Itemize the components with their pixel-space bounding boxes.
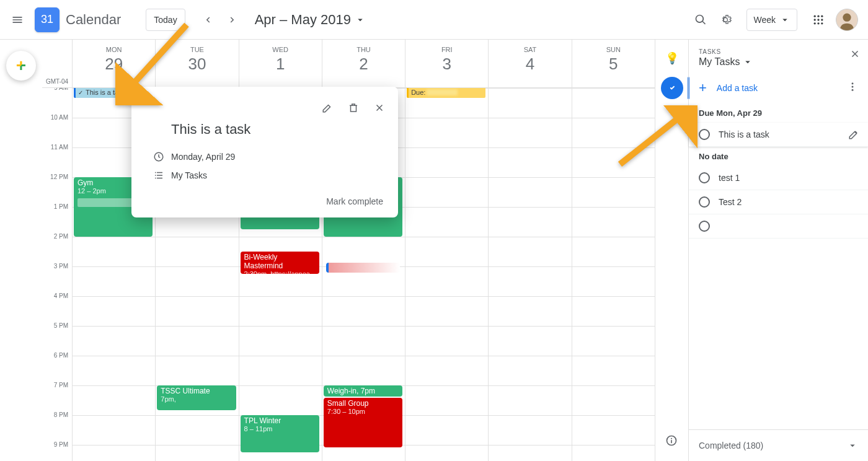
day-header-mon[interactable]: MON29 bbox=[72, 40, 155, 87]
date-range-text: Apr – May 2019 bbox=[255, 12, 351, 28]
svg-point-13 bbox=[852, 86, 854, 88]
next-week-button[interactable] bbox=[220, 7, 245, 32]
task-radio[interactable] bbox=[699, 129, 710, 140]
tasks-panel-label: TASKS bbox=[699, 48, 858, 55]
clock-icon bbox=[146, 151, 171, 162]
svg-point-0 bbox=[814, 15, 816, 17]
svg-point-10 bbox=[843, 13, 851, 21]
edit-icon[interactable] bbox=[848, 129, 859, 142]
chevron-down-icon bbox=[355, 14, 366, 25]
svg-point-6 bbox=[814, 22, 816, 24]
day-col-sun[interactable] bbox=[572, 88, 655, 461]
task-radio[interactable] bbox=[699, 221, 710, 232]
keep-icon[interactable]: 💡 bbox=[661, 47, 683, 69]
logo[interactable]: 31 Calendar bbox=[35, 7, 121, 32]
tasks-icon[interactable] bbox=[661, 77, 683, 99]
svg-point-12 bbox=[852, 82, 854, 84]
task-chip-fri[interactable]: Due: bbox=[407, 88, 485, 98]
svg-rect-17 bbox=[671, 440, 672, 443]
nodate-section-header: No date bbox=[689, 147, 868, 166]
task-item[interactable] bbox=[689, 214, 868, 239]
apps-icon[interactable] bbox=[806, 7, 831, 32]
completed-section[interactable]: Completed (180) bbox=[689, 429, 868, 461]
task-popup: This is a task Monday, April 29 My Tasks… bbox=[131, 87, 398, 217]
tasks-panel-header: TASKS My Tasks bbox=[689, 40, 868, 72]
side-rail: 💡 bbox=[655, 40, 688, 461]
day-header-tue[interactable]: TUE30 bbox=[155, 40, 238, 87]
popup-date-row: Monday, April 29 bbox=[131, 147, 398, 166]
day-header-thu[interactable]: THU2 bbox=[322, 40, 405, 87]
day-headers: GMT-04 MON29 TUE30 WED1 THU2 FRI3 SAT4 S… bbox=[42, 40, 655, 88]
create-button[interactable] bbox=[6, 51, 36, 81]
svg-point-5 bbox=[821, 19, 823, 20]
task-item[interactable]: test 1 bbox=[689, 166, 868, 190]
chevron-down-icon bbox=[742, 56, 753, 68]
due-section-header: Due Mon, Apr 29 bbox=[689, 103, 868, 123]
day-col-sat[interactable] bbox=[488, 88, 571, 461]
task-radio[interactable] bbox=[699, 172, 710, 183]
svg-point-14 bbox=[852, 89, 854, 91]
day-header-fri[interactable]: FRI3 bbox=[405, 40, 488, 87]
svg-point-16 bbox=[671, 438, 672, 439]
task-item[interactable]: This is a task bbox=[689, 123, 868, 147]
calendar-logo-icon: 31 bbox=[35, 7, 60, 32]
chevron-down-icon bbox=[779, 14, 790, 25]
view-selector[interactable]: Week bbox=[746, 9, 797, 31]
day-header-sun[interactable]: SUN5 bbox=[572, 40, 655, 87]
plus-icon: + bbox=[699, 80, 707, 96]
menu-icon[interactable] bbox=[5, 7, 30, 32]
app-title: Calendar bbox=[66, 12, 121, 28]
main: GMT-04 MON29 TUE30 WED1 THU2 FRI3 SAT4 S… bbox=[0, 40, 868, 461]
close-icon[interactable] bbox=[368, 97, 391, 119]
svg-point-7 bbox=[817, 22, 819, 24]
event-small-group[interactable]: Small Group7:30 – 10pm bbox=[324, 398, 402, 447]
left-gutter bbox=[0, 40, 42, 461]
event-weigh[interactable]: Weigh-in, 7pm bbox=[324, 385, 402, 397]
add-task-button[interactable]: + Add a task bbox=[689, 72, 868, 103]
today-button[interactable]: Today bbox=[146, 9, 185, 31]
tasks-list-selector[interactable]: My Tasks bbox=[699, 56, 858, 68]
search-icon[interactable] bbox=[688, 7, 713, 32]
delete-icon[interactable] bbox=[342, 97, 365, 119]
plus-icon bbox=[16, 57, 26, 74]
svg-point-4 bbox=[817, 19, 819, 20]
edit-icon[interactable] bbox=[316, 97, 339, 119]
task-item-label: test 1 bbox=[719, 173, 740, 183]
date-range[interactable]: Apr – May 2019 bbox=[255, 12, 366, 28]
event-tssc[interactable]: TSSC Ultimate7pm, bbox=[157, 385, 236, 410]
chevron-down-icon bbox=[847, 440, 858, 451]
day-header-wed[interactable]: WED1 bbox=[239, 40, 322, 87]
day-header-sat[interactable]: SAT4 bbox=[488, 40, 571, 87]
popup-title: This is a task bbox=[131, 119, 398, 147]
list-icon bbox=[146, 170, 171, 181]
info-icon[interactable] bbox=[665, 434, 678, 449]
svg-point-1 bbox=[817, 15, 819, 17]
svg-point-2 bbox=[821, 15, 823, 17]
tasks-panel: TASKS My Tasks + Add a task Due Mon, Apr… bbox=[688, 40, 868, 461]
task-item-label: This is a task bbox=[719, 130, 769, 139]
popup-list-row: My Tasks bbox=[131, 166, 398, 185]
svg-point-3 bbox=[814, 19, 816, 20]
view-label: Week bbox=[753, 15, 776, 25]
prev-week-button[interactable] bbox=[195, 7, 220, 32]
event-tpl[interactable]: TPL Winter8 – 11pm bbox=[241, 415, 319, 452]
mark-complete-button[interactable]: Mark complete bbox=[326, 196, 383, 206]
day-col-fri[interactable]: Due: bbox=[405, 88, 488, 461]
time-column: 9 AM 10 AM 11 AM 12 PM 1 PM 2 PM 3 PM 4 … bbox=[42, 88, 72, 461]
task-item[interactable]: Test 2 bbox=[689, 190, 868, 214]
header: 31 Calendar Today Apr – May 2019 Week bbox=[0, 0, 868, 40]
task-item-label: Test 2 bbox=[719, 197, 742, 207]
gear-icon[interactable] bbox=[713, 7, 738, 32]
svg-point-8 bbox=[821, 22, 823, 24]
task-radio[interactable] bbox=[699, 196, 710, 208]
timezone-label: GMT-04 bbox=[42, 40, 72, 87]
event-thu-strip[interactable] bbox=[326, 263, 400, 273]
close-icon[interactable] bbox=[849, 48, 861, 61]
task-check-icon: ✓ bbox=[78, 89, 83, 96]
more-icon[interactable] bbox=[847, 81, 858, 94]
avatar[interactable] bbox=[836, 9, 858, 31]
event-mastermind[interactable]: Bi-Weekly Mastermind2:30pm, https://appe… bbox=[241, 252, 319, 274]
